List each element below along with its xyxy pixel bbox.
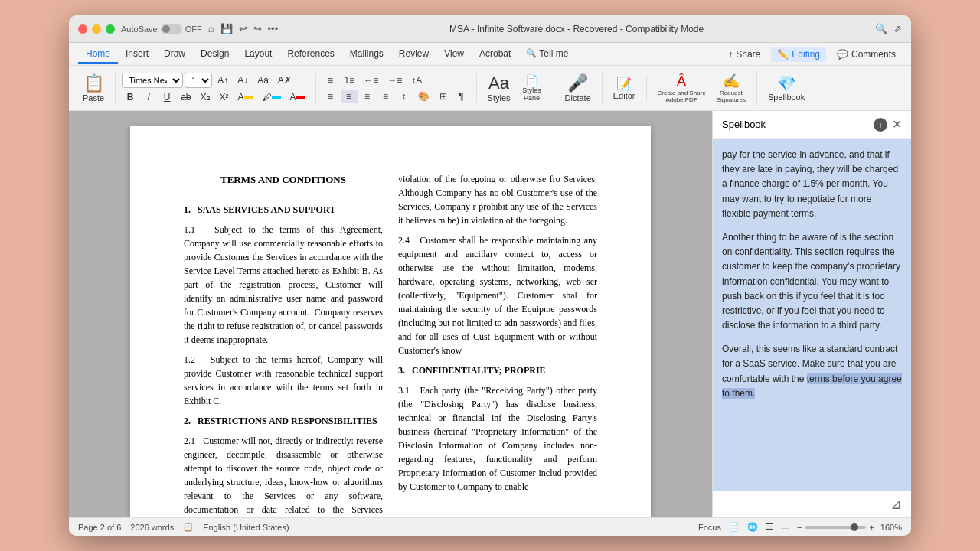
tab-design[interactable]: Design bbox=[193, 45, 237, 64]
tab-review[interactable]: Review bbox=[391, 45, 436, 64]
section-3-heading: 3. CONFIDENTIALITY; PROPRIE bbox=[398, 364, 597, 377]
tab-references[interactable]: References bbox=[279, 45, 341, 64]
spellbook-toolbar-button[interactable]: 💎 Spellbook bbox=[763, 73, 809, 103]
tab-insert[interactable]: Insert bbox=[118, 45, 156, 64]
tab-home[interactable]: Home bbox=[78, 45, 118, 64]
view-icon-outline[interactable]: ☰ bbox=[766, 522, 773, 532]
more-icon[interactable]: ••• bbox=[268, 23, 279, 34]
tab-view[interactable]: View bbox=[436, 45, 472, 64]
italic-button[interactable]: I bbox=[140, 90, 157, 104]
spellbook-icon: 💎 bbox=[777, 74, 796, 93]
share-button[interactable]: ↑ Share bbox=[722, 47, 766, 62]
section-right-2-4-b: 2.4 Customer shall be responsible mainta… bbox=[398, 233, 597, 357]
underline-button[interactable]: U bbox=[158, 90, 175, 104]
tab-acrobat[interactable]: Acrobat bbox=[472, 45, 518, 64]
home-icon[interactable]: ⌂ bbox=[208, 23, 214, 34]
track-changes-icon[interactable]: 📋 bbox=[183, 522, 194, 532]
align-center-button[interactable]: ≡ bbox=[341, 90, 358, 103]
tab-draw[interactable]: Draw bbox=[156, 45, 193, 64]
titlebar-nav-icons: ⌂ 💾 ↩ ↪ ••• bbox=[208, 23, 279, 34]
statusbar-right: Focus 📄 🌐 ☰ — − + 160% bbox=[698, 522, 902, 532]
tab-layout[interactable]: Layout bbox=[237, 45, 279, 64]
paragraph-group: ≡ 1≡ ←≡ →≡ ↕A ≡ ≡ ≡ ≡ ↕ 🎨 ⊞ ¶ bbox=[322, 73, 477, 103]
create-adobe-button[interactable]: Â Create and ShareAdobe PDF bbox=[653, 72, 710, 105]
ribbon-tab-bar: Home Insert Draw Design Layout Reference… bbox=[69, 43, 911, 66]
align-right-button[interactable]: ≡ bbox=[359, 90, 376, 103]
page-info: Page 2 of 6 bbox=[78, 523, 121, 532]
spellbook-resize-icon[interactable]: ⊿ bbox=[890, 496, 902, 513]
editor-icon: 📝 bbox=[616, 77, 632, 91]
pilcrow-button[interactable]: ¶ bbox=[453, 90, 470, 103]
maximize-button[interactable] bbox=[106, 24, 115, 34]
section-2-heading: 2. RESTRICTIONS AND RESPONSIBILITIES bbox=[184, 414, 383, 428]
spellbook-body: pay for the service in advance, and that… bbox=[713, 139, 911, 491]
ribbon-tools: 📋 Paste Times New... 10 A↑ A↓ bbox=[69, 66, 911, 110]
styles-button[interactable]: Aa Styles bbox=[483, 72, 515, 104]
dictate-button[interactable]: 🎤 Dictate bbox=[560, 72, 596, 104]
highlight-button[interactable]: 🖊 bbox=[259, 90, 285, 104]
text-color-button[interactable]: A bbox=[234, 90, 257, 104]
line-spacing-button[interactable]: ↕ bbox=[396, 90, 413, 103]
styles-pane-icon: 📄 bbox=[525, 74, 538, 86]
request-signatures-button[interactable]: ✍️ RequestSignatures bbox=[712, 71, 750, 105]
decrease-indent-button[interactable]: ←≡ bbox=[360, 73, 382, 87]
tab-mailings[interactable]: Mailings bbox=[342, 45, 391, 64]
spellbook-toolbar-label: Spellbook bbox=[768, 93, 805, 102]
zoom-out-button[interactable]: − bbox=[797, 523, 802, 532]
traffic-lights bbox=[78, 24, 115, 34]
focus-label[interactable]: Focus bbox=[698, 523, 721, 532]
view-icon-web[interactable]: 🌐 bbox=[747, 522, 758, 532]
sort-button[interactable]: ↕A bbox=[407, 73, 426, 87]
styles-pane-button[interactable]: 📄 StylesPane bbox=[517, 73, 547, 103]
spellbook-info-button[interactable]: i bbox=[874, 118, 887, 132]
redo-icon[interactable]: ↪ bbox=[253, 23, 262, 34]
editor-button[interactable]: 📝 Editor bbox=[609, 75, 640, 102]
font-color-button[interactable]: A bbox=[286, 90, 309, 104]
doc-left-column: TERMS AND CONDITIONS 1. SAAS SERVICES AN… bbox=[184, 172, 383, 517]
paste-button[interactable]: 📋 Paste bbox=[78, 72, 109, 104]
spellbook-close-button[interactable]: ✕ bbox=[892, 117, 902, 132]
spellbook-text-3: Overall, this seems like a standard cont… bbox=[722, 342, 902, 401]
document-area[interactable]: TERMS AND CONDITIONS 1. SAAS SERVICES AN… bbox=[69, 111, 712, 517]
editing-button[interactable]: ✏️ Editing bbox=[771, 47, 826, 62]
subscript-button[interactable]: X₂ bbox=[197, 90, 214, 104]
search-icon[interactable]: 🔍 bbox=[875, 23, 887, 34]
dictate-group: 🎤 Dictate bbox=[560, 72, 603, 104]
dictate-icon: 🎤 bbox=[567, 73, 588, 93]
minimize-button[interactable] bbox=[92, 24, 101, 34]
borders-button[interactable]: ⊞ bbox=[435, 90, 452, 103]
numbering-button[interactable]: 1≡ bbox=[341, 73, 359, 87]
tab-tell-me[interactable]: 🔍 Tell me bbox=[518, 45, 576, 64]
increase-font-button[interactable]: A↑ bbox=[214, 73, 232, 87]
section-2-1: 2.1 Customer will not, directly or indir… bbox=[184, 434, 383, 518]
language: English (United States) bbox=[203, 523, 289, 532]
zoom-level: 160% bbox=[880, 523, 902, 532]
autosave-state: OFF bbox=[185, 24, 202, 34]
font-selector[interactable]: Times New... bbox=[122, 73, 183, 88]
request-signatures-label: RequestSignatures bbox=[717, 90, 746, 103]
autosave-toggle[interactable] bbox=[161, 24, 182, 34]
superscript-button[interactable]: X² bbox=[216, 90, 233, 104]
section-1-1: 1.1 Subject to the terms of this Agreeme… bbox=[184, 223, 383, 347]
share-window-icon[interactable]: ⇗ bbox=[893, 23, 902, 34]
align-left-button[interactable]: ≡ bbox=[322, 90, 339, 103]
justify-button[interactable]: ≡ bbox=[377, 90, 394, 103]
bullets-button[interactable]: ≡ bbox=[322, 73, 339, 87]
shading-button[interactable]: 🎨 bbox=[414, 90, 433, 103]
zoom-in-button[interactable]: + bbox=[869, 523, 874, 532]
undo-icon[interactable]: ↩ bbox=[239, 23, 247, 34]
strikethrough-button[interactable]: ab bbox=[177, 90, 194, 104]
zoom-slider[interactable] bbox=[805, 526, 866, 529]
bold-button[interactable]: B bbox=[122, 90, 139, 104]
comments-button[interactable]: 💬 Comments bbox=[831, 47, 902, 62]
clear-format-button[interactable]: A✗ bbox=[274, 73, 296, 87]
decrease-font-button[interactable]: A↓ bbox=[234, 73, 252, 87]
close-button[interactable] bbox=[78, 24, 87, 34]
increase-indent-button[interactable]: →≡ bbox=[384, 73, 406, 87]
save-icon[interactable]: 💾 bbox=[220, 23, 233, 34]
paste-group: 📋 Paste bbox=[78, 72, 116, 104]
paste-icon: 📋 bbox=[83, 73, 104, 93]
font-size-selector[interactable]: 10 bbox=[185, 73, 212, 88]
view-icon-print[interactable]: 📄 bbox=[729, 522, 740, 532]
font-case-button[interactable]: Aa bbox=[253, 73, 273, 87]
